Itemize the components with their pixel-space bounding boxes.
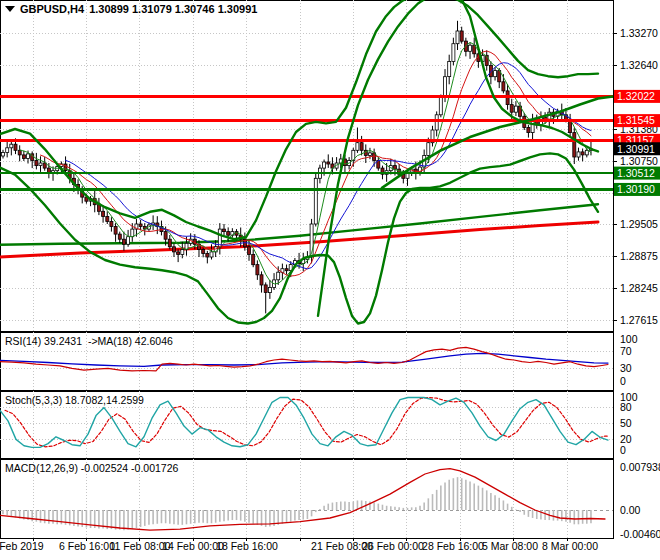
candle [460,31,463,41]
candle [102,211,105,216]
rsi-axis-label: 70 [620,345,632,357]
rsi-axis-label: 0 [620,375,626,387]
candle [448,61,451,76]
candle [260,275,263,285]
candle [573,133,576,157]
candle [277,272,280,280]
candle [227,232,230,236]
candle [114,227,117,235]
candle [469,45,472,51]
time-axis-label: 8 Mar 00:00 [542,540,598,552]
candle [527,128,530,133]
candle [356,143,359,151]
rsi-axis-label: 100 [620,333,638,345]
candle [577,152,580,157]
price-tag-value: 1.30991 [617,143,655,155]
candle [210,252,213,257]
rsi-panel-header: RSI(14) 39.2431 ->MA(18) 42.6046 [5,335,173,347]
candle [10,144,13,148]
candle [223,229,226,232]
candle [327,162,330,164]
time-axis-label: 18 Feb 16:00 [216,540,278,552]
candle [14,144,17,150]
time-axis-label: 4 Feb 2019 [0,540,44,552]
candle [164,232,167,240]
candle [444,77,447,97]
price-tag-value: 1.30512 [617,167,655,179]
candle [435,115,438,130]
candle [168,239,171,247]
price-tag-value: 1.31545 [617,114,655,126]
candle [369,153,372,156]
candle [27,154,30,159]
stoch-panel-header: Stoch(5,3,3) 18.7082,14.2599 [5,394,144,406]
price-axis-label: 1.33270 [620,27,658,39]
candle [131,229,134,237]
candle [18,150,21,155]
candle [510,105,513,113]
stoch-axis-label: 80 [620,401,632,413]
macd-panel-header: MACD(12,26,9) -0.002524 -0.001726 [5,462,178,474]
candle [181,249,184,254]
candle [360,143,363,151]
candle [110,221,113,226]
time-axis-label: 26 Feb 00:00 [362,540,424,552]
price-axis[interactable]: 1.332701.326401.313801.307501.295051.288… [620,27,660,540]
candle [122,239,125,244]
trading-chart-window: 1.332701.326401.313801.307501.295051.288… [0,0,660,560]
candle [456,31,459,44]
time-axis-label: 14 Feb 00:00 [162,540,224,552]
candle [173,247,176,252]
macd-axis-label: 0.00 [620,504,641,516]
candle [206,253,209,257]
candle [581,152,584,155]
chart-canvas[interactable]: 1.332701.326401.313801.307501.295051.288… [0,0,660,560]
candle [268,288,271,293]
macd-axis-label: -0.004603 [620,528,660,540]
stoch-axis-label: 0 [620,444,626,456]
candle [106,216,109,221]
symbol-title: GBPUSD,H4 [20,3,84,15]
candle [118,234,121,239]
chart-title-bar: GBPUSD,H4 1.30899 1.31079 1.30746 1.3099… [5,3,257,15]
price-tag-value: 1.30190 [617,183,655,195]
rsi-axis-label: 30 [620,362,632,374]
time-axis-label: 5 Mar 08:00 [482,540,538,552]
price-axis-label: 1.30750 [620,155,658,167]
price-axis-label: 1.28875 [620,250,658,262]
stoch-axis-label: 50 [620,417,632,429]
price-axis-label: 1.29505 [620,218,658,230]
main-panel-frame[interactable] [0,0,613,331]
candle [323,162,326,168]
candle [285,269,288,271]
macd-axis-label: 0.007938 [620,461,660,473]
candle [6,148,9,153]
candle [264,285,267,293]
candle [427,143,430,156]
candle [35,161,38,166]
ohlc-readout: 1.30899 1.31079 1.30746 1.30991 [89,3,257,15]
price-axis-label: 1.28245 [620,282,658,294]
candle [252,255,255,265]
candle [177,252,180,255]
time-axis-label: 28 Feb 16:00 [422,540,484,552]
candle [502,82,505,91]
candle [506,91,509,105]
price-axis-label: 1.27615 [620,314,658,326]
candle [248,247,251,255]
candle [494,71,497,77]
candle [39,163,42,166]
candle [2,152,5,156]
candle [139,224,142,227]
price-axis-label: 1.32640 [620,59,658,71]
time-axis-label: 6 Feb 16:00 [59,540,115,552]
candle [202,249,205,253]
symbol-dropdown-icon[interactable] [5,6,15,12]
candle [514,106,517,112]
candle [439,97,442,115]
candle [585,150,588,155]
candle [452,44,455,62]
price-tag-value: 1.32022 [617,90,655,102]
candle [127,237,130,245]
candle [314,178,317,224]
